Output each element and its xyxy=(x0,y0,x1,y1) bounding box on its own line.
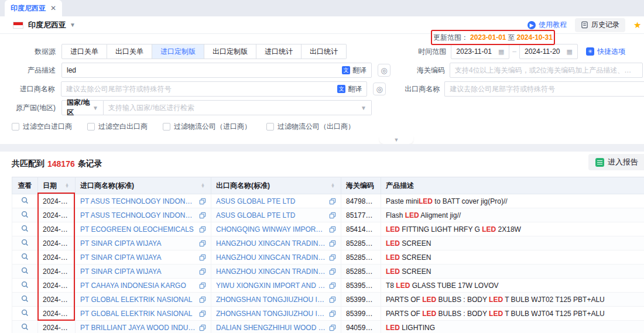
copy-icon[interactable] xyxy=(329,198,336,205)
importer-link[interactable]: PT ECOGREEN OLEOCHEMICALS xyxy=(80,225,196,234)
copy-icon[interactable] xyxy=(199,296,206,303)
exporter-link[interactable]: ASUS GLOBAL PTE LTD xyxy=(216,197,326,205)
vip-star-icon[interactable]: ★ xyxy=(633,20,642,30)
col-exporter[interactable]: 出口商名称(标准)▲▼ xyxy=(211,177,341,194)
datasource-tab[interactable]: 出口关单 xyxy=(107,44,152,59)
view-cell[interactable] xyxy=(12,293,38,307)
exporter-link[interactable]: ASUS GLOBAL PTE LTD xyxy=(216,211,326,219)
magnifier-icon[interactable] xyxy=(21,323,29,332)
quick-options-button[interactable]: ✳ 快捷选项 xyxy=(586,47,625,57)
datasource-tab[interactable]: 出口定制版 xyxy=(204,44,256,59)
copy-icon[interactable] xyxy=(199,198,206,205)
copy-icon[interactable] xyxy=(199,282,206,289)
exporter-input[interactable]: 建议去除公司尾部字符或特殊符号 xyxy=(444,81,644,97)
tutorial-link[interactable]: ▶ 使用教程 xyxy=(527,20,567,30)
importer-link[interactable]: PT ASUS TECHNOLOGY INDONESIA BA... xyxy=(80,197,196,205)
magnifier-icon[interactable] xyxy=(21,267,29,276)
product-desc-input[interactable]: led 文 翻译 xyxy=(61,63,372,78)
col-importer[interactable]: 进口商名称(标准)▲▼ xyxy=(76,177,211,194)
importer-link[interactable]: PT SINAR CIPTA WIJAYA xyxy=(80,253,196,262)
copy-icon[interactable] xyxy=(329,324,336,331)
importer-input[interactable]: 建议去除公司尾部字符或特殊符号 文 翻译 xyxy=(61,81,368,97)
view-cell[interactable] xyxy=(12,265,38,279)
copy-icon[interactable] xyxy=(199,212,206,219)
datasource-tab[interactable]: 进口统计 xyxy=(256,44,302,59)
importer-link[interactable]: PT SINAR CIPTA WIJAYA xyxy=(80,267,196,276)
magnifier-icon[interactable] xyxy=(21,253,29,262)
copy-icon[interactable] xyxy=(329,254,336,261)
copy-icon[interactable] xyxy=(329,268,336,275)
origin-type-select[interactable]: 国家/地区 ▼ xyxy=(61,100,104,115)
checkbox-icon[interactable] xyxy=(12,123,19,131)
datasource-tab[interactable]: 出口统计 xyxy=(302,44,347,59)
magnifier-icon[interactable] xyxy=(21,197,29,206)
view-cell[interactable] xyxy=(12,236,38,250)
checkbox-icon[interactable] xyxy=(266,123,274,131)
date-end-input[interactable]: 2024-11-20 ▦ xyxy=(519,44,578,59)
importer-link[interactable]: PT BRILLIANT JAYA WOOD INDUSTRY xyxy=(80,324,196,332)
magnifier-icon[interactable] xyxy=(21,211,29,220)
magnifier-icon[interactable] xyxy=(21,281,29,290)
magnifier-icon[interactable] xyxy=(21,225,29,234)
copy-icon[interactable] xyxy=(329,226,336,233)
translate-button[interactable]: 文 翻译 xyxy=(342,66,366,75)
enter-report-button[interactable]: 进入报告 xyxy=(588,154,644,170)
exporter-link[interactable]: DALIAN SHENGZHIHUI WOOD INDUST... xyxy=(216,324,326,332)
view-cell[interactable] xyxy=(12,279,38,293)
copy-icon[interactable] xyxy=(199,254,206,261)
checkbox-icon[interactable] xyxy=(163,123,170,131)
filter-checkbox[interactable]: 过滤物流公司（进口商） xyxy=(163,122,251,132)
exporter-link[interactable]: HANGZHOU XINGCAN TRADING CO LTD xyxy=(216,239,326,248)
sort-icon[interactable]: ▲▼ xyxy=(201,183,206,188)
view-cell[interactable] xyxy=(12,250,38,265)
importer-link[interactable]: PT SINAR CIPTA WIJAYA xyxy=(80,239,196,248)
exact-match-button[interactable]: ◎ xyxy=(378,64,390,77)
magnifier-icon[interactable] xyxy=(21,239,29,248)
checkbox-icon[interactable] xyxy=(87,123,95,131)
hs-code-input[interactable]: 支持4位以上海关编码，或2位海关编码加上产品描述、企业名称的任意信息 xyxy=(450,63,643,78)
view-cell[interactable] xyxy=(12,194,38,208)
exporter-link[interactable]: ZHONGSHAN TONGJIUZHOU INTERNA... xyxy=(216,296,326,304)
copy-icon[interactable] xyxy=(329,310,336,317)
close-icon[interactable]: ✕ xyxy=(50,4,56,12)
exporter-link[interactable]: ZHONGSHAN TONGJIUZHOU INTERNA... xyxy=(216,310,326,318)
translate-button[interactable]: 文 翻译 xyxy=(337,84,362,94)
magnifier-icon[interactable] xyxy=(21,309,29,318)
filter-checkbox[interactable]: 过滤空白出口商 xyxy=(87,122,148,132)
importer-link[interactable]: PT ASUS TECHNOLOGY INDONESIA BA... xyxy=(80,211,196,219)
copy-icon[interactable] xyxy=(199,226,206,233)
datasource-tab[interactable]: 进口定制版 xyxy=(152,44,204,59)
datasource-tab[interactable]: 进口关单 xyxy=(61,44,107,59)
col-date[interactable]: 日期▲▼ xyxy=(38,177,76,194)
importer-link[interactable]: PT CAHAYA INDONESIA KARGO xyxy=(80,281,196,290)
view-cell[interactable] xyxy=(12,307,38,321)
exporter-link[interactable]: HANGZHOU XINGCAN TRADING CO LTD xyxy=(216,267,326,276)
view-cell[interactable] xyxy=(12,208,38,222)
tab-indonesia[interactable]: 印度尼西亚 ✕ xyxy=(5,0,62,16)
exporter-link[interactable]: HANGZHOU XINGCAN TRADING CO LTD xyxy=(216,253,326,262)
copy-icon[interactable] xyxy=(329,240,336,247)
exporter-link[interactable]: CHONGQING WINWAY IMPORT AND E... xyxy=(216,225,326,234)
exact-match-button[interactable]: ◎ xyxy=(373,83,386,95)
filter-checkbox[interactable]: 过滤空白进口商 xyxy=(12,122,72,132)
view-cell[interactable] xyxy=(12,321,38,333)
copy-icon[interactable] xyxy=(199,310,206,317)
view-cell[interactable] xyxy=(12,222,38,236)
date-start-input[interactable]: 2023-11-01 ▦ xyxy=(451,44,509,59)
origin-search-input[interactable]: 支持输入国家/地区进行检索 ▼ xyxy=(104,100,372,115)
sort-icon[interactable]: ▲▼ xyxy=(331,183,336,188)
chevron-down-icon[interactable]: ▼ xyxy=(70,22,76,28)
collapse-panel-button[interactable]: ▼ xyxy=(379,136,413,144)
copy-icon[interactable] xyxy=(199,324,206,331)
copy-icon[interactable] xyxy=(329,296,336,303)
exporter-link[interactable]: YIWU XIONGXIN IMPORT AND EXPORT... xyxy=(216,281,326,290)
importer-link[interactable]: PT GLOBAL ELEKTRIK NASIONAL xyxy=(80,296,196,304)
importer-link[interactable]: PT GLOBAL ELEKTRIK NASIONAL xyxy=(80,310,196,318)
copy-icon[interactable] xyxy=(329,282,336,289)
history-button[interactable]: 历史记录 xyxy=(575,18,625,32)
copy-icon[interactable] xyxy=(329,212,336,219)
copy-icon[interactable] xyxy=(199,268,206,275)
sort-icon[interactable]: ▲▼ xyxy=(65,183,70,188)
magnifier-icon[interactable] xyxy=(21,295,29,304)
filter-checkbox[interactable]: 过滤物流公司（出口商） xyxy=(266,122,355,132)
